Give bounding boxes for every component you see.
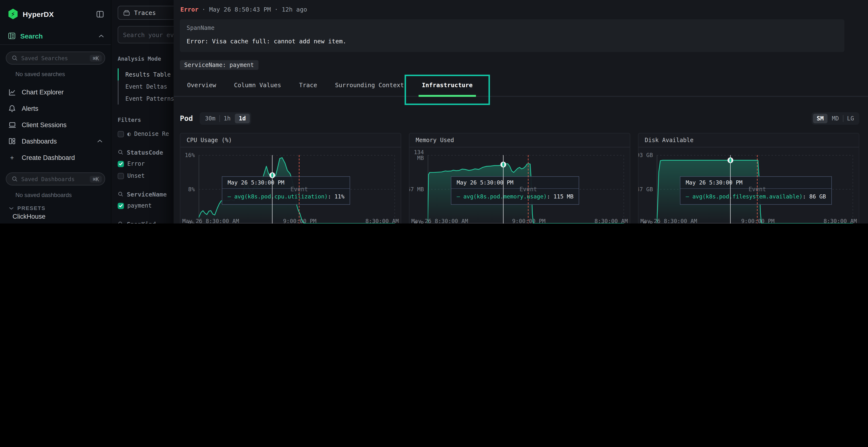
y-tick-label: 93 GB: [638, 152, 653, 158]
kbd-shortcut-badge: ⌘K: [90, 55, 102, 61]
y-axis-labels: 134MB67 MB0 B: [409, 155, 426, 224]
saved-searches-input[interactable]: Saved Searches ⌘K: [6, 51, 105, 65]
presets-list: ClickHouseServicesKubernetes: [0, 211, 111, 224]
pod-size-segmented-control: SMMDLG: [811, 112, 859, 125]
pod-size-option-md[interactable]: MD: [828, 114, 843, 123]
sidebar-item-search[interactable]: Search: [8, 32, 104, 44]
y-tick-label: 67 MB: [409, 186, 424, 192]
sidebar: ⚡ HyperDX Search Saved Searches ⌘K No sa…: [0, 0, 111, 224]
tab-surrounding-context[interactable]: Surrounding Context: [335, 74, 404, 96]
tab-trace[interactable]: Trace: [299, 74, 317, 96]
saved-searches-placeholder: Saved Searches: [21, 55, 68, 61]
search-icon: [11, 176, 18, 182]
pod-range-option-1h[interactable]: 1h: [220, 114, 235, 123]
grid-icon: [8, 137, 17, 145]
tab-column-values[interactable]: Column Values: [234, 74, 281, 96]
chart-plot-area[interactable]: May 26 5:30:00 PM— avg(k8s.pod.memory.us…: [428, 155, 624, 224]
chart-title: Disk Available: [639, 133, 859, 147]
chart-card-pod-disk: Disk Available93 GB47 GB0 BMay 26 5:30:0…: [638, 133, 859, 224]
sidebar-nav: Chart ExplorerAlertsClient SessionsDashb…: [0, 84, 111, 149]
pod-range-option-1d[interactable]: 1d: [235, 114, 250, 123]
tab-label: Column Values: [234, 81, 281, 89]
tab-label: Trace: [299, 81, 317, 89]
sidebar-item-label: Client Sessions: [22, 121, 66, 128]
tooltip-value: : 115 MB: [547, 193, 574, 200]
tooltip-series-name: avg(k8s.pod.cpu.utilization): [235, 193, 328, 200]
search-icon: [118, 149, 123, 155]
chart-tooltip: May 26 5:30:00 PM— avg(k8s.pod.memory.us…: [451, 176, 579, 205]
saved-dashboards-placeholder: Saved Dashboards: [21, 176, 75, 182]
chart-tooltip: May 26 5:30:00 PM— avg(k8s.pod.cpu.utili…: [222, 176, 350, 205]
event-marker-label: Event: [749, 186, 766, 193]
filter-group-name: SpanKind: [127, 220, 156, 224]
sidebar-item-label: Chart Explorer: [22, 89, 64, 96]
divider: [843, 115, 843, 122]
no-saved-searches-text: No saved searches: [16, 71, 111, 77]
chevron-up-icon: [95, 139, 104, 143]
annotation-highlight-box: [404, 75, 490, 105]
preset-dashboard-clickhouse[interactable]: ClickHouse: [0, 211, 111, 222]
collapse-sidebar-icon[interactable]: [96, 10, 104, 18]
preset-dashboard-services[interactable]: Services: [0, 222, 111, 224]
pod-range-option-30m[interactable]: 30m: [201, 114, 219, 123]
tab-overview[interactable]: Overview: [187, 74, 216, 96]
traces-source-icon: [123, 9, 130, 16]
create-dashboard-button[interactable]: + Create Dashboard: [0, 149, 111, 166]
event-search-placeholder: Search your ev: [123, 31, 174, 38]
sidebar-item-label: Dashboards: [22, 138, 57, 145]
event-header: Error · May 26 8:50:43 PM · 12h ago: [174, 0, 868, 18]
chart-plot-area[interactable]: May 26 5:30:00 PM— avg(k8s.pod.cpu.utili…: [199, 155, 395, 224]
span-error-message: Error: Visa cache full: cannot add new i…: [187, 38, 838, 45]
tab-infrastructure[interactable]: Infrastructure: [422, 74, 472, 96]
service-name-tag[interactable]: ServiceName: payment: [180, 60, 258, 70]
tooltip-timestamp: May 26 5:30:00 PM: [222, 177, 350, 189]
filter-group-name: ServiceName: [127, 191, 167, 198]
checkbox-unchecked: [118, 131, 124, 137]
saved-dashboards-input[interactable]: Saved Dashboards ⌘K: [6, 172, 105, 185]
sidebar-header: ⚡ HyperDX: [0, 0, 111, 19]
plus-icon: +: [8, 154, 17, 161]
filter-option-label: Unset: [127, 172, 145, 179]
chart-body: 93 GB47 GB0 BMay 26 5:30:00 PM— avg(k8s.…: [639, 147, 859, 224]
presets-label: PRESETS: [18, 205, 45, 211]
search-icon: [118, 191, 123, 197]
pod-size-option-lg[interactable]: LG: [843, 114, 858, 123]
event-detail-panel: Error · May 26 8:50:43 PM · 12h ago Span…: [174, 0, 868, 224]
pod-size-option-sm[interactable]: SM: [813, 114, 828, 123]
sidebar-search-label: Search: [20, 32, 43, 40]
filter-option-label: payment: [127, 202, 152, 209]
tooltip-series-row: — avg(k8s.pod.memory.usage): 115 MB: [452, 189, 579, 204]
presets-toggle[interactable]: PRESETS: [9, 205, 111, 211]
y-axis-labels: 93 GB47 GB0 B: [639, 155, 655, 224]
legend-dash: —: [457, 193, 463, 200]
sidebar-item-client-sessions[interactable]: Client Sessions: [0, 116, 111, 133]
chart-title: Memory Used: [409, 133, 630, 147]
source-label: Traces: [134, 9, 156, 16]
y-tick-label: 8%: [188, 186, 195, 192]
checkbox-unchecked: [118, 173, 124, 179]
tooltip-series-name: avg(k8s.pod.filesystem.available): [692, 193, 803, 200]
checkbox-checked: [118, 203, 124, 209]
sidebar-item-alerts[interactable]: Alerts: [0, 100, 111, 116]
search-section-icon: [8, 32, 16, 40]
detail-tabs: OverviewColumn ValuesTraceSurrounding Co…: [174, 74, 868, 97]
chevron-down-icon: [9, 206, 14, 210]
sidebar-item-dashboards[interactable]: Dashboards: [0, 133, 111, 149]
tab-label: Surrounding Context: [335, 81, 404, 89]
chevron-up-icon: [98, 34, 104, 38]
chart-title: CPU Usage (%): [180, 133, 401, 147]
filter-option-label: Error: [127, 161, 145, 167]
y-tick-label: 47 GB: [638, 186, 653, 192]
sidebar-item-label: Alerts: [22, 105, 38, 112]
chart-plot-area[interactable]: May 26 5:30:00 PM— avg(k8s.pod.filesyste…: [657, 155, 853, 224]
search-icon: [11, 55, 18, 61]
infrastructure-tab-content: Pod 30m1h1d SMMDLG CPU Usage (%)16%8%0%M…: [174, 97, 868, 224]
brand-title: HyperDX: [23, 10, 54, 18]
y-tick-label: 134MB: [414, 149, 424, 161]
sidebar-item-chart-explorer[interactable]: Chart Explorer: [0, 84, 111, 100]
chart-card-pod-mem: Memory Used134MB67 MB0 BMay 26 5:30:00 P…: [409, 133, 630, 224]
kbd-shortcut-badge: ⌘K: [90, 176, 102, 182]
pod-section-header: Pod 30m1h1d SMMDLG: [180, 112, 859, 125]
checkbox-checked: [118, 161, 124, 167]
event-timestamp: · May 26 8:50:43 PM · 12h ago: [202, 5, 307, 13]
